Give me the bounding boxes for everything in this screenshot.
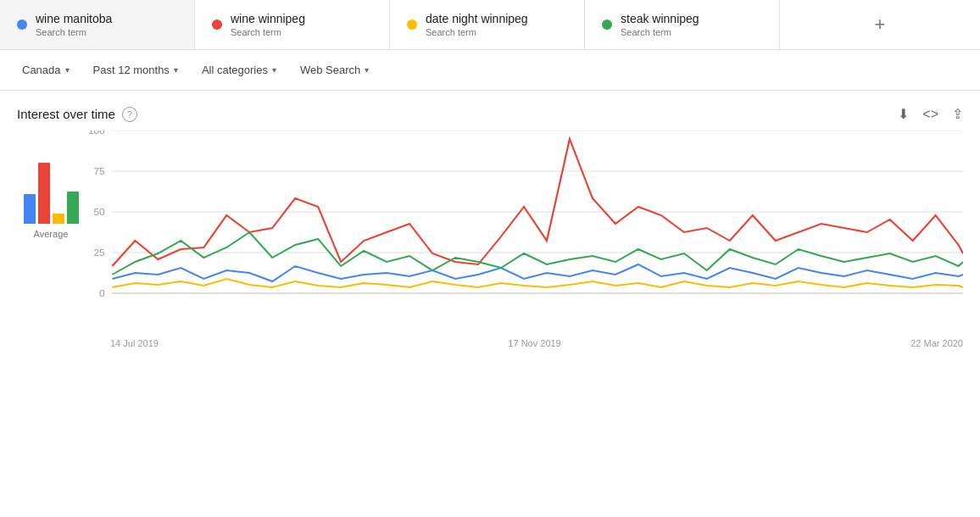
chart-main: 0 25 50 75 100 14 Jul 2019 17 Nov 2 bbox=[85, 131, 963, 348]
chart-container: Average 0 25 50 75 100 bbox=[17, 131, 963, 348]
region-filter[interactable]: Canada ▾ bbox=[14, 58, 78, 81]
category-arrow-icon: ▾ bbox=[272, 65, 276, 75]
svg-text:50: 50 bbox=[94, 207, 105, 217]
x-label-jul: 14 Jul 2019 bbox=[110, 338, 159, 348]
term-name-steak-winnipeg: steak winnipeg bbox=[621, 12, 699, 25]
search-term-wine-winnipeg[interactable]: wine winnipeg Search term bbox=[195, 0, 390, 49]
svg-text:0: 0 bbox=[99, 288, 105, 298]
filters-bar: Canada ▾ Past 12 months ▾ All categories… bbox=[0, 50, 980, 91]
search-term-steak-winnipeg[interactable]: steak winnipeg Search term bbox=[585, 0, 780, 49]
term-label-steak-winnipeg: Search term bbox=[621, 27, 699, 37]
x-label-nov: 17 Nov 2019 bbox=[508, 338, 560, 348]
chart-section: Interest over time ? ⬇ <> ⇪ Average bbox=[0, 91, 980, 357]
add-term-button[interactable]: + bbox=[780, 0, 980, 49]
dot-date-night-winnipeg bbox=[407, 19, 417, 30]
svg-text:25: 25 bbox=[94, 247, 105, 258]
svg-text:100: 100 bbox=[88, 131, 105, 136]
help-icon[interactable]: ? bbox=[122, 107, 137, 122]
term-label-wine-manitoba: Search term bbox=[36, 27, 112, 37]
search-type-arrow-icon: ▾ bbox=[365, 65, 369, 75]
term-name-wine-manitoba: wine manitoba bbox=[36, 12, 112, 25]
search-term-date-night-winnipeg[interactable]: date night winnipeg Search term bbox=[390, 0, 585, 49]
chart-header: Interest over time ? ⬇ <> ⇪ bbox=[17, 106, 963, 122]
dot-wine-manitoba bbox=[17, 19, 27, 30]
chart-svg: 0 25 50 75 100 bbox=[85, 131, 963, 334]
chart-title-area: Interest over time ? bbox=[17, 107, 137, 122]
share-icon[interactable]: ⇪ bbox=[952, 106, 963, 122]
x-label-mar: 22 Mar 2020 bbox=[910, 338, 963, 348]
line-date-night-winnipeg bbox=[112, 279, 963, 287]
term-name-date-night-winnipeg: date night winnipeg bbox=[426, 12, 528, 25]
svg-text:75: 75 bbox=[94, 166, 105, 176]
time-label: Past 12 months bbox=[93, 64, 170, 76]
avg-bars bbox=[24, 139, 79, 224]
avg-bar-date-night-winnipeg bbox=[53, 214, 64, 224]
dot-steak-winnipeg bbox=[602, 19, 612, 30]
embed-icon[interactable]: <> bbox=[922, 107, 938, 122]
term-label-date-night-winnipeg: Search term bbox=[426, 27, 528, 37]
term-label-wine-winnipeg: Search term bbox=[231, 27, 305, 37]
chart-average-section: Average bbox=[17, 131, 85, 348]
time-arrow-icon: ▾ bbox=[174, 65, 178, 75]
avg-bar-steak-winnipeg bbox=[67, 192, 79, 224]
region-label: Canada bbox=[22, 64, 61, 76]
line-steak-winnipeg bbox=[112, 232, 963, 275]
avg-label: Average bbox=[34, 229, 69, 239]
avg-bar-wine-winnipeg bbox=[38, 163, 50, 224]
term-name-wine-winnipeg: wine winnipeg bbox=[231, 12, 305, 25]
chart-actions: ⬇ <> ⇪ bbox=[898, 106, 963, 122]
category-filter[interactable]: All categories ▾ bbox=[193, 58, 285, 81]
download-icon[interactable]: ⬇ bbox=[898, 106, 909, 122]
line-wine-manitoba bbox=[112, 264, 963, 281]
dot-wine-winnipeg bbox=[212, 19, 222, 30]
search-term-wine-manitoba[interactable]: wine manitoba Search term bbox=[0, 0, 195, 49]
x-labels: 14 Jul 2019 17 Nov 2019 22 Mar 2020 bbox=[85, 338, 963, 348]
search-type-filter[interactable]: Web Search ▾ bbox=[292, 58, 377, 81]
plus-icon: + bbox=[875, 14, 886, 36]
region-arrow-icon: ▾ bbox=[65, 65, 70, 75]
chart-title-text: Interest over time bbox=[17, 107, 115, 121]
search-type-label: Web Search bbox=[300, 64, 360, 76]
category-label: All categories bbox=[202, 64, 268, 76]
search-terms-bar: wine manitoba Search term wine winnipeg … bbox=[0, 0, 980, 50]
time-filter[interactable]: Past 12 months ▾ bbox=[85, 58, 187, 81]
avg-bar-wine-manitoba bbox=[24, 194, 36, 224]
line-wine-winnipeg bbox=[112, 139, 963, 266]
